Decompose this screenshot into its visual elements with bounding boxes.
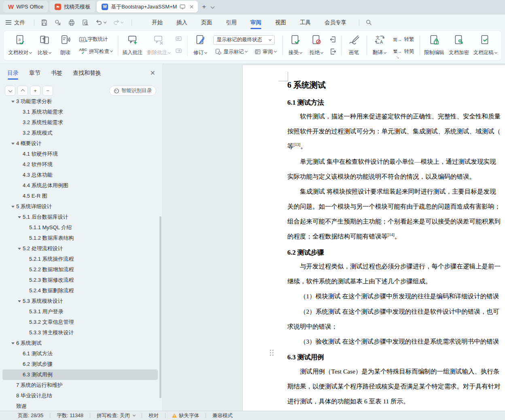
read-aloud-button[interactable]: 朗读 xyxy=(55,33,76,58)
expand-group-icon[interactable]: ↘ xyxy=(396,55,399,59)
zoom-in-toc-button[interactable]: + xyxy=(30,86,40,96)
expand-triangle-icon[interactable] xyxy=(10,143,16,145)
menu-member[interactable]: 会员专享 xyxy=(318,17,353,29)
accept-button[interactable]: 接受 xyxy=(285,33,306,58)
spellcheck-status[interactable]: 拼写检查: 关闭 xyxy=(97,412,135,419)
sidebar-tab-chapters[interactable]: 章节 xyxy=(29,70,40,77)
toc-item[interactable]: 8 毕业设计总结 xyxy=(2,390,158,401)
document-page[interactable]: 6 系统测试6.1 测试方法软件测试，描述一种用来促进鉴定软件的正确性、完整性、… xyxy=(243,65,505,411)
toc-item[interactable]: 3.2 系统性能需求 xyxy=(2,117,158,128)
smart-toc-button[interactable]: 智能识别目录 xyxy=(109,86,156,96)
toc-item[interactable]: 5.1 后台数据库设计 xyxy=(2,212,158,222)
spell-check-button[interactable]: ABC✓ 拼写检查 xyxy=(78,47,115,56)
reject-button[interactable]: 拒绝 xyxy=(306,33,327,58)
tab-document[interactable]: W 基于Bootstrap+JavaSSM+M ✕ xyxy=(97,1,198,13)
doc-proof-button[interactable]: a 文档校对 xyxy=(6,33,34,58)
toc-item[interactable]: 5.2.1 系统操作流程 xyxy=(2,254,158,264)
toc-item[interactable]: 4.2 软件环境 xyxy=(2,159,158,170)
drag-handle-icon[interactable] xyxy=(269,349,274,356)
proofread-button[interactable]: 校对 xyxy=(149,412,159,419)
next-comment-icon[interactable] xyxy=(174,48,184,55)
expand-triangle-icon[interactable] xyxy=(16,248,23,250)
restrict-edit-button[interactable]: 限制编辑 xyxy=(422,33,447,58)
next-revision-icon[interactable] xyxy=(329,48,337,55)
toc-item[interactable]: 7 系统的运行和维护 xyxy=(2,380,158,390)
toc-item[interactable]: 5.1.2 数据库表结构 xyxy=(2,233,158,243)
toc-item[interactable]: 3.1 系统功能需求 xyxy=(2,107,158,117)
expand-triangle-icon[interactable] xyxy=(16,216,23,218)
export-icon[interactable] xyxy=(52,18,64,27)
zoom-out-toc-button[interactable]: − xyxy=(42,86,53,96)
toc-item[interactable]: 5.2.3 数据修改流程 xyxy=(2,275,158,285)
translate-button[interactable]: 文A 翻译 xyxy=(369,33,390,58)
redo-icon[interactable] xyxy=(110,18,125,27)
new-tab-button[interactable]: + xyxy=(199,3,208,11)
toc-item[interactable]: 4.4 系统总体用例图 xyxy=(2,180,158,191)
menu-view[interactable]: 视图 xyxy=(268,17,293,29)
document-canvas[interactable]: 6 系统测试6.1 测试方法软件测试，描述一种用来促进鉴定软件的正确性、完整性、… xyxy=(163,64,505,411)
close-sidebar-icon[interactable]: ✕ xyxy=(150,69,155,77)
missing-font-warning[interactable]: 缺失字体 xyxy=(172,412,199,419)
expand-triangle-icon[interactable] xyxy=(10,101,16,103)
menu-page[interactable]: 页面 xyxy=(194,17,219,29)
undo-chevron-icon[interactable] xyxy=(104,20,106,23)
tab-wps-home[interactable]: W WPS Office xyxy=(3,1,48,13)
print-icon[interactable] xyxy=(66,18,77,27)
sidebar-tab-find-replace[interactable]: 查找和替换 xyxy=(73,70,101,77)
previous-comment-icon[interactable] xyxy=(174,36,184,43)
encrypt-button[interactable]: 文档加密 xyxy=(447,33,471,58)
review-pane-button[interactable]: 审阅 xyxy=(253,48,278,56)
menu-insert[interactable]: 插入 xyxy=(170,17,194,29)
desktop-icon[interactable] xyxy=(180,4,185,9)
toc-item[interactable]: 5 系统详细设计 xyxy=(2,201,158,212)
toc-item[interactable]: 4.1 软硬件环境 xyxy=(2,149,158,159)
sidebar-tab-bookmarks[interactable]: 书签 xyxy=(51,70,62,77)
menu-tools[interactable]: 工具 xyxy=(293,17,318,29)
toc-item[interactable]: 致谢 xyxy=(2,401,158,411)
undo-icon[interactable] xyxy=(93,18,108,27)
save-icon[interactable] xyxy=(38,18,50,27)
menu-reference[interactable]: 引用 xyxy=(219,17,244,29)
toc-item[interactable]: 5.3.3 博主模块设计 xyxy=(2,327,158,338)
menu-review[interactable]: 审阅 xyxy=(244,17,268,29)
tab-docer-template[interactable]: ❧ 找稿壳模板 xyxy=(50,1,95,13)
expand-triangle-icon[interactable] xyxy=(10,342,16,344)
toc-item[interactable]: 5.3.2 文章信息管理 xyxy=(2,317,158,327)
compare-button[interactable]: 比较 xyxy=(34,33,55,58)
sidebar-tab-contents[interactable]: 目录 xyxy=(7,70,19,77)
toc-item[interactable]: 5.1.1 MySQL 介绍 xyxy=(2,222,158,233)
to-simplified-button[interactable]: 繁→ 转简 xyxy=(392,47,416,56)
search-icon[interactable] xyxy=(363,18,374,27)
toc-item[interactable]: 6.2 测试步骤 xyxy=(2,359,158,369)
toc-item[interactable]: 6.3 测试用例 xyxy=(2,369,158,380)
toc-item[interactable]: 6 系统测试 xyxy=(2,338,158,348)
toc-item[interactable]: 5.2 处理流程设计 xyxy=(2,243,158,254)
toc-item[interactable]: 4.5 E-R 图 xyxy=(2,191,158,201)
toc-item[interactable]: 5.2.2 数据增加流程 xyxy=(2,264,158,275)
delete-comment-button[interactable]: 删除批注 xyxy=(145,33,173,58)
menu-home[interactable]: 开始 xyxy=(145,17,170,29)
word-count-indicator[interactable]: 字数: 11348 xyxy=(57,412,83,419)
page-indicator[interactable]: 页面: 28/35 xyxy=(18,412,43,419)
print-preview-icon[interactable] xyxy=(80,18,91,27)
redo-chevron-icon[interactable] xyxy=(121,20,123,23)
toc-item[interactable]: 6.1 测试方法 xyxy=(2,348,158,359)
word-count-button[interactable]: 12+ 字数统计 xyxy=(78,35,115,44)
toc-item[interactable]: 3 功能需求分析 xyxy=(2,96,158,107)
expand-triangle-icon[interactable] xyxy=(16,300,23,302)
previous-revision-icon[interactable] xyxy=(329,36,337,43)
toc-item[interactable]: 4 概要设计 xyxy=(2,138,158,149)
toc-item[interactable]: 5.2.4 数据删除流程 xyxy=(2,285,158,296)
file-menu[interactable]: 文件 xyxy=(6,19,25,26)
insert-comment-button[interactable]: 插入批注 xyxy=(120,33,145,58)
markup-state-select[interactable]: 显示标记的最终状态 xyxy=(213,35,275,45)
expand-all-button[interactable] xyxy=(17,86,28,96)
pen-button[interactable]: 画笔 xyxy=(344,33,365,58)
expand-triangle-icon[interactable] xyxy=(10,206,16,208)
toc-item[interactable]: 4.3 总体功能 xyxy=(2,170,158,180)
toc-item[interactable]: 5.3 系统模块设计 xyxy=(2,296,158,306)
toc-item[interactable]: 5.3.1 用户登录 xyxy=(2,306,158,317)
tab-list-chevron-icon[interactable] xyxy=(211,5,215,9)
track-changes-button[interactable]: 修订 xyxy=(190,33,211,58)
sidebar-scrollbar[interactable] xyxy=(159,216,161,398)
